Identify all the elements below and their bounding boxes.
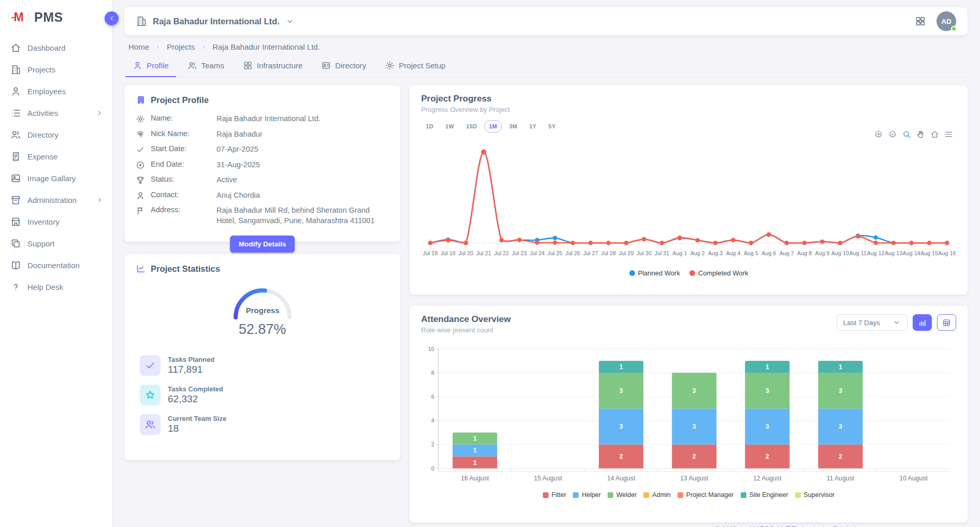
range-15d-button[interactable]: 15D xyxy=(462,120,482,133)
svg-text:Jul 25: Jul 25 xyxy=(547,250,563,256)
sidebar-item-employees[interactable]: Employees xyxy=(2,82,112,101)
sidebar-item-expense[interactable]: Expense xyxy=(2,147,112,166)
tab-teams[interactable]: Teams xyxy=(180,55,232,77)
legend-site-engineer[interactable]: Site Engineer xyxy=(741,491,788,499)
toolbar-zoom-out-button[interactable] xyxy=(888,130,897,139)
svg-text:Jul 28: Jul 28 xyxy=(601,250,616,256)
svg-text:Jul 23: Jul 23 xyxy=(512,250,527,256)
sidebar-item-administration[interactable]: Administration xyxy=(2,191,112,210)
sidebar-item-dashboard[interactable]: Dashboard xyxy=(2,38,112,57)
profile-card-title: Project Profile xyxy=(151,95,209,105)
legend-admin[interactable]: Admin xyxy=(643,491,670,499)
profile-field-status-: Status:Active xyxy=(136,172,389,188)
company-selector[interactable]: Raja Bahadur International Ltd. xyxy=(136,16,294,27)
attendance-chart-legend: FitterHelperWelderAdminProject ManagerSi… xyxy=(421,491,956,499)
svg-text:1: 1 xyxy=(473,435,477,442)
range-3m-button[interactable]: 3M xyxy=(505,120,522,133)
legend-helper[interactable]: Helper xyxy=(573,491,601,499)
breadcrumb-item-home[interactable]: Home xyxy=(128,42,149,51)
sidebar-item-directory[interactable]: Directory xyxy=(2,125,112,144)
apps-grid-icon[interactable] xyxy=(915,16,926,27)
bars-icon xyxy=(918,318,927,327)
user-icon xyxy=(136,191,145,200)
legend-fitter[interactable]: Fitter xyxy=(543,491,566,499)
toolbar-menu-button[interactable] xyxy=(944,130,953,139)
breadcrumb-item-raja-bahadur-international-ltd-: Raja Bahadur International Ltd. xyxy=(212,42,320,51)
idcard-icon xyxy=(321,61,331,70)
svg-text:10: 10 xyxy=(428,346,434,352)
tab-directory[interactable]: Directory xyxy=(314,55,373,77)
list-icon xyxy=(10,108,21,119)
sidebar-item-documentation[interactable]: Documentation xyxy=(2,256,112,275)
svg-text:Aug 8: Aug 8 xyxy=(797,250,812,256)
chevron-down-icon xyxy=(285,17,294,26)
legend-completed-work[interactable]: Completed Work xyxy=(689,269,748,277)
right-column: Project Progress Progress Overview by Pr… xyxy=(410,85,968,522)
tab-profile[interactable]: Profile xyxy=(125,55,176,77)
tab-infrastructure[interactable]: Infrastructure xyxy=(236,55,310,77)
toolbar-magnifier-button[interactable] xyxy=(902,130,911,139)
sidebar-item-label: Documentation xyxy=(27,261,80,270)
chart-line-icon xyxy=(136,264,146,274)
progress-percent-value: 52.87% xyxy=(136,321,389,338)
range-5y-button[interactable]: 5Y xyxy=(544,120,560,133)
user-icon xyxy=(10,86,21,97)
buildings-icon xyxy=(10,64,21,75)
check-icon xyxy=(136,145,145,154)
svg-text:Aug 12: Aug 12 xyxy=(867,250,885,256)
sidebar-item-label: Help Desk xyxy=(27,283,63,291)
modify-details-button[interactable]: Modify Details xyxy=(230,236,295,253)
svg-text:1: 1 xyxy=(473,447,477,455)
profile-field-name-: Name:Raja Bahadur International Ltd. xyxy=(136,111,389,127)
svg-text:Progress: Progress xyxy=(246,306,279,315)
svg-text:0: 0 xyxy=(431,465,434,472)
footer-company-link[interactable]: MARCO AIoT Technologies Pvt. Ltd. xyxy=(750,525,858,527)
sidebar-item-help-desk[interactable]: Help Desk xyxy=(2,277,112,297)
sidebar-item-projects[interactable]: Projects xyxy=(2,60,112,79)
user-avatar[interactable]: AD xyxy=(936,11,956,31)
profile-field-nick-name-: Nick Name:Raja Bahadur xyxy=(136,127,389,142)
buildings-icon xyxy=(136,16,147,27)
chevron-right-icon xyxy=(200,43,207,51)
sidebar-nav: DashboardProjectsEmployeesActivitiesDire… xyxy=(0,38,112,297)
sidebar-item-image-gallary[interactable]: Image Gallary xyxy=(2,169,112,188)
toolbar-hand-button[interactable] xyxy=(916,130,925,139)
range-1y-button[interactable]: 1Y xyxy=(525,120,541,133)
svg-text:4: 4 xyxy=(431,417,434,423)
chart-toolbar xyxy=(874,130,953,139)
toolbar-zoom-in-button[interactable] xyxy=(874,130,883,139)
range-1m-button[interactable]: 1M xyxy=(484,120,502,133)
range-1d-button[interactable]: 1D xyxy=(421,120,438,133)
avatar-initials: AD xyxy=(941,18,952,25)
sidebar-item-activities[interactable]: Activities xyxy=(2,104,112,123)
company-name: Raja Bahadur International Ltd. xyxy=(153,17,280,26)
target-icon xyxy=(136,160,145,170)
svg-text:Aug 16: Aug 16 xyxy=(938,250,956,256)
chevron-down-icon xyxy=(892,318,901,327)
sidebar-item-label: Image Gallary xyxy=(27,174,76,183)
svg-text:3: 3 xyxy=(693,423,696,430)
users-icon xyxy=(10,129,21,140)
sidebar-collapse-button[interactable] xyxy=(105,11,119,25)
sidebar-item-label: Dashboard xyxy=(27,43,65,52)
toolbar-home-button[interactable] xyxy=(930,130,939,139)
table-view-button[interactable] xyxy=(937,314,956,331)
chart-view-button[interactable] xyxy=(913,314,932,331)
sidebar-item-support[interactable]: Support xyxy=(2,234,112,253)
online-status-dot xyxy=(951,26,957,32)
chart-line-icon xyxy=(136,264,146,274)
legend-supervisor[interactable]: Supervisor xyxy=(795,491,835,499)
range-select[interactable]: Last 7 Days xyxy=(837,314,907,331)
legend-planned-work[interactable]: Planned Work xyxy=(629,269,680,277)
range-1w-button[interactable]: 1W xyxy=(441,120,459,133)
legend-welder[interactable]: Welder xyxy=(608,491,637,499)
sidebar-item-label: Projects xyxy=(27,65,55,74)
svg-text:12 August: 12 August xyxy=(753,475,782,482)
profile-field-start-date-: Start Date:07-Apr-2025 xyxy=(136,142,389,157)
legend-project-manager[interactable]: Project Manager xyxy=(678,491,734,499)
sidebar-item-inventory[interactable]: Inventory xyxy=(2,212,112,231)
tab-project-setup[interactable]: Project Setup xyxy=(378,55,453,77)
attendance-controls: Last 7 Days xyxy=(837,314,956,331)
statistics-card-title: Project Statistics xyxy=(151,264,220,274)
breadcrumb-item-projects[interactable]: Projects xyxy=(167,42,195,51)
